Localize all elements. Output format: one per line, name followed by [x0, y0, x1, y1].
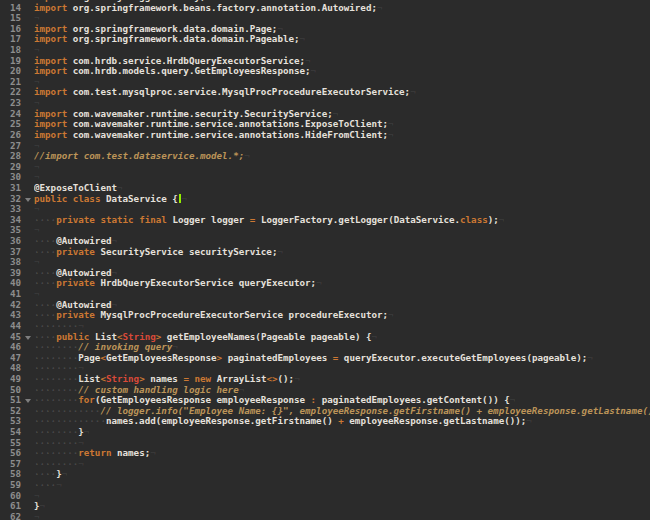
gutter-spacer — [21, 225, 34, 236]
code-line: 21¬ — [0, 77, 650, 88]
newline-marker: ¬ — [499, 215, 505, 225]
newline-marker: ¬ — [277, 247, 283, 257]
code-line: 39····@Autowired¬ — [0, 268, 650, 279]
gutter-spacer — [21, 501, 34, 512]
gutter-spacer — [21, 321, 34, 332]
newline-marker: ¬ — [377, 3, 383, 13]
code-text: ¬ — [34, 289, 650, 300]
code-text: ····private HrdbQueryExecutorService que… — [34, 278, 650, 289]
whitespace-dots: ···· — [34, 278, 56, 288]
code-line: 16import org.springframework.data.domain… — [0, 24, 650, 35]
code-line: 15¬ — [0, 13, 650, 24]
fold-arrow-icon[interactable] — [21, 395, 34, 406]
code-lines: 13import org.slf4j.LoggerFactory;¬14impo… — [0, 0, 650, 520]
code-text: ········¬ — [34, 438, 650, 449]
gutter-spacer — [21, 77, 34, 88]
newline-marker: ¬ — [388, 119, 394, 129]
newline-marker: ¬ — [34, 225, 40, 235]
line-number[interactable]: 54 — [0, 427, 21, 438]
code-line: 54········}¬ — [0, 427, 650, 438]
newline-marker: ¬ — [587, 353, 593, 363]
code-line: 50········// custom handling logic here¬ — [0, 385, 650, 396]
line-number[interactable]: 62 — [0, 512, 21, 520]
gutter-spacer — [21, 98, 34, 109]
line-number[interactable]: 31 — [0, 183, 21, 194]
gutter-spacer — [21, 3, 34, 14]
code-line: 41¬ — [0, 289, 650, 300]
whitespace-dots: ········ — [34, 353, 78, 363]
code-text: import com.test.mysqlproc.service.MysqlP… — [34, 87, 650, 98]
code-line: 49········List<String> names = new Array… — [0, 374, 650, 385]
code-text: ····¬ — [34, 480, 650, 491]
code-line: 46········// invoking query¬ — [0, 342, 650, 353]
whitespace-dots: ········ — [34, 427, 78, 437]
code-text: ¬ — [34, 45, 650, 56]
code-text: ····@Autowired¬ — [34, 236, 650, 247]
code-text: ¬ — [34, 491, 650, 502]
fold-arrow-icon[interactable] — [21, 332, 34, 343]
newline-marker: ¬ — [181, 194, 187, 204]
newline-marker: ¬ — [244, 151, 250, 161]
newline-marker: ¬ — [78, 438, 84, 448]
code-text: import com.wavemaker.runtime.service.ann… — [34, 119, 650, 130]
newline-marker: ¬ — [78, 321, 84, 331]
whitespace-dots: ···· — [34, 469, 56, 479]
newline-marker: ¬ — [333, 109, 339, 119]
code-line: 47········Page<GetEmployeesResponse> pag… — [0, 353, 650, 364]
gutter-spacer — [21, 406, 34, 417]
whitespace-dots: ···· — [34, 310, 56, 320]
code-line: 20import com.hrdb.models.query.GetEmploy… — [0, 66, 650, 77]
code-text: import org.springframework.data.domain.P… — [34, 24, 650, 35]
newline-marker: ¬ — [56, 480, 62, 490]
code-text: ····}¬ — [34, 469, 650, 480]
code-line: 45····public List<String> getEmployeeNam… — [0, 332, 650, 343]
code-editor[interactable]: 13import org.slf4j.LoggerFactory;¬14impo… — [0, 0, 650, 520]
code-line: 51········for(GetEmployeesResponse emplo… — [0, 395, 650, 406]
code-text: ····private MysqlProcProcedureExecutorSe… — [34, 310, 650, 321]
code-text: }¬ — [34, 501, 650, 512]
code-text: ¬ — [34, 162, 650, 173]
code-line: 25import com.wavemaker.runtime.service.a… — [0, 119, 650, 130]
gutter-spacer — [21, 56, 34, 67]
code-line: 53·············names.add(employeeRespons… — [0, 416, 650, 427]
gutter-spacer — [21, 87, 34, 98]
gutter-spacer — [21, 278, 34, 289]
gutter-spacer — [21, 109, 34, 120]
code-text: ¬ — [34, 77, 650, 88]
gutter-spacer — [21, 289, 34, 300]
line-number[interactable]: 44 — [0, 321, 21, 332]
code-line: 60¬ — [0, 491, 650, 502]
whitespace-dots: ············· — [34, 416, 106, 426]
newline-marker: ¬ — [372, 332, 378, 342]
code-line: 44········¬ — [0, 321, 650, 332]
newline-marker: ¬ — [62, 469, 68, 479]
code-line: 36····@Autowired¬ — [0, 236, 650, 247]
newline-marker: ¬ — [34, 257, 40, 267]
code-line: 14import org.springframework.beans.facto… — [0, 3, 650, 14]
gutter-spacer — [21, 438, 34, 449]
gutter-spacer — [21, 257, 34, 268]
gutter-spacer — [21, 183, 34, 194]
code-text: ¬ — [34, 141, 650, 152]
code-text: import com.hrdb.models.query.GetEmployee… — [34, 66, 650, 77]
code-text: ········¬ — [34, 459, 650, 470]
code-text: ¬ — [34, 257, 650, 268]
gutter-spacer — [21, 416, 34, 427]
code-line: 58····}¬ — [0, 469, 650, 480]
code-line: 34····private static final Logger logger… — [0, 215, 650, 226]
gutter-spacer — [21, 141, 34, 152]
gutter-spacer — [21, 268, 34, 279]
gutter-spacer — [21, 162, 34, 173]
newline-marker: ¬ — [316, 278, 322, 288]
whitespace-dots: ········ — [34, 321, 78, 331]
line-number[interactable]: 49 — [0, 374, 21, 385]
code-text: ········}¬ — [34, 427, 650, 438]
code-line: 27¬ — [0, 141, 650, 152]
code-line: 17import org.springframework.data.domain… — [0, 34, 650, 45]
code-text: ········¬ — [34, 363, 650, 374]
line-number[interactable]: 26 — [0, 130, 21, 141]
fold-arrow-icon[interactable] — [21, 194, 34, 205]
code-text: ············// logger.info("Employee Nam… — [34, 406, 650, 417]
newline-marker: ¬ — [294, 374, 300, 384]
code-text: //import com.test.dataservice.model.*;¬ — [34, 151, 650, 162]
